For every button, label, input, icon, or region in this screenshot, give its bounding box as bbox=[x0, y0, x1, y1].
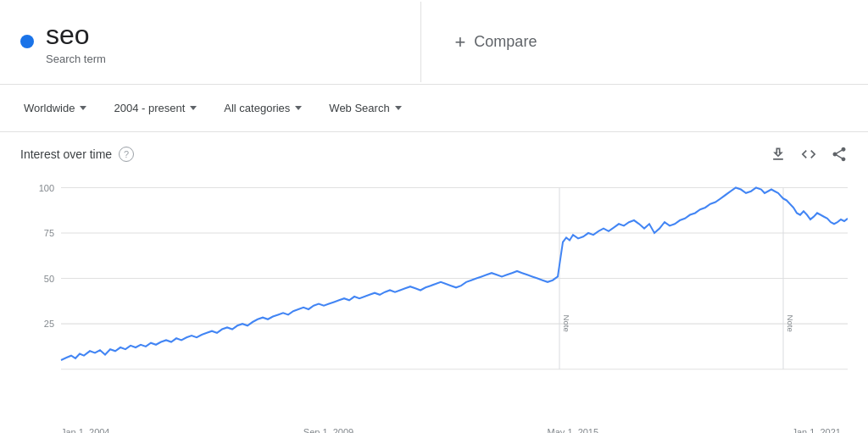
chart-svg: 100 75 50 25 Note Note bbox=[20, 169, 848, 424]
svg-text:50: 50 bbox=[44, 274, 54, 284]
compare-label: Compare bbox=[474, 33, 537, 51]
svg-text:Note: Note bbox=[562, 314, 570, 331]
embed-icon[interactable] bbox=[800, 146, 817, 163]
x-label-3: May 1, 2015 bbox=[548, 427, 599, 433]
time-range-filter-label: 2004 - present bbox=[114, 102, 185, 114]
svg-text:Note: Note bbox=[786, 314, 794, 331]
trend-line bbox=[61, 187, 848, 360]
term-color-dot bbox=[20, 35, 34, 48]
time-range-filter[interactable]: 2004 - present bbox=[103, 97, 207, 119]
term-type: Search term bbox=[46, 53, 106, 65]
x-label-4: Jan 1, 2021 bbox=[792, 427, 841, 433]
interest-section: Interest over time ? bbox=[0, 132, 868, 433]
svg-text:25: 25 bbox=[44, 319, 54, 329]
term-info: seo Search term bbox=[46, 19, 106, 65]
help-icon[interactable]: ? bbox=[119, 147, 134, 162]
interest-title: Interest over time bbox=[20, 147, 112, 161]
location-filter[interactable]: Worldwide bbox=[14, 97, 97, 119]
compare-plus-icon: + bbox=[455, 31, 466, 53]
chevron-down-icon bbox=[295, 106, 302, 110]
chevron-down-icon bbox=[190, 106, 197, 110]
category-filter-label: All categories bbox=[224, 102, 290, 114]
term-name: seo bbox=[46, 19, 106, 51]
location-filter-label: Worldwide bbox=[24, 102, 75, 114]
search-type-filter[interactable]: Web Search bbox=[319, 97, 411, 119]
share-icon[interactable] bbox=[831, 146, 848, 163]
search-type-filter-label: Web Search bbox=[329, 102, 389, 114]
compare-section[interactable]: + Compare bbox=[421, 14, 869, 70]
chevron-down-icon bbox=[80, 106, 86, 110]
header: seo Search term + Compare bbox=[0, 0, 868, 85]
x-axis-labels: Jan 1, 2004 Sep 1, 2009 May 1, 2015 Jan … bbox=[20, 424, 848, 433]
download-icon[interactable] bbox=[770, 146, 787, 163]
category-filter[interactable]: All categories bbox=[214, 97, 312, 119]
interest-header: Interest over time ? bbox=[20, 146, 848, 163]
toolbar-icons bbox=[770, 146, 848, 163]
x-label-2: Sep 1, 2009 bbox=[303, 427, 353, 433]
chart-container: 100 75 50 25 Note Note bbox=[20, 169, 848, 424]
search-term-section: seo Search term bbox=[0, 2, 421, 82]
filters-bar: Worldwide 2004 - present All categories … bbox=[0, 85, 868, 132]
interest-title-row: Interest over time ? bbox=[20, 147, 134, 162]
svg-text:100: 100 bbox=[39, 182, 54, 192]
x-label-1: Jan 1, 2004 bbox=[61, 427, 110, 433]
svg-text:75: 75 bbox=[44, 228, 54, 238]
chevron-down-icon bbox=[395, 106, 402, 110]
